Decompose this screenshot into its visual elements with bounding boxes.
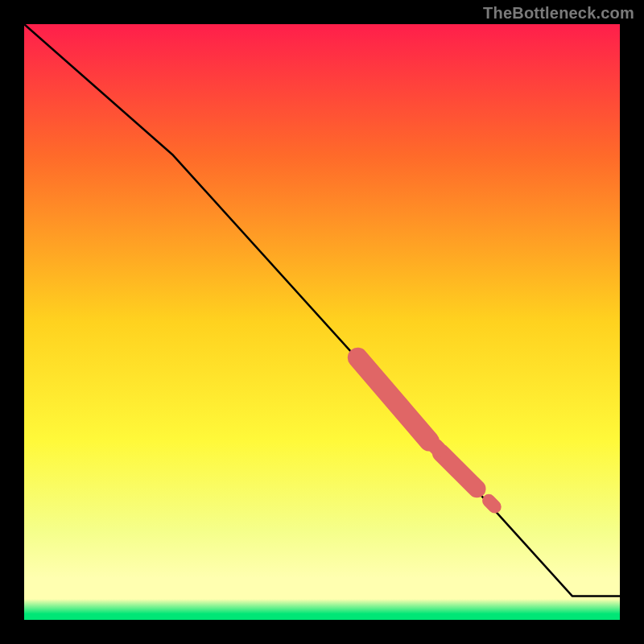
- highlight-segment-2: [436, 446, 439, 449]
- watermark-text: TheBottleneck.com: [483, 4, 634, 23]
- chart-svg: [24, 24, 620, 620]
- heatmap-background: [24, 24, 620, 620]
- chart-frame: TheBottleneck.com: [0, 0, 644, 644]
- plot-area: [24, 24, 620, 620]
- highlight-segment-3: [489, 501, 494, 506]
